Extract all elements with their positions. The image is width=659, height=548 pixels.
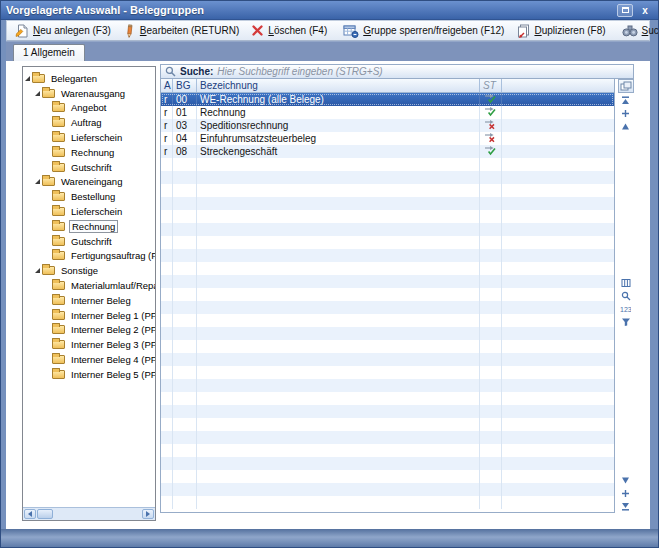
tree-item-warenausgang-1[interactable]: Warenausgang	[23, 86, 155, 101]
table-row-empty[interactable]	[161, 353, 614, 366]
scrollbar-thumb[interactable]	[37, 509, 53, 519]
tree-item-bestellung-8[interactable]: Bestellung	[23, 189, 155, 204]
table-row-empty[interactable]	[161, 249, 614, 262]
column-header-st[interactable]: ST	[480, 79, 502, 92]
table-row-empty[interactable]	[161, 288, 614, 301]
tree-item-materialumlauf-reparatur-14[interactable]: Materialumlauf/Reparatur	[23, 278, 155, 293]
table-row-empty[interactable]	[161, 444, 614, 457]
cell	[197, 301, 480, 314]
tree-item-auftrag-3[interactable]: Auftrag	[23, 115, 155, 130]
tree-item-gutschrift-11[interactable]: Gutschrift	[23, 234, 155, 249]
table-row-empty[interactable]	[161, 340, 614, 353]
tree-item-interner-beleg-4-pps-19[interactable]: Interner Beleg 4 (PPS)	[23, 352, 155, 367]
cell: 01	[173, 106, 197, 119]
tree-item-belegarten-0[interactable]: Belegarten	[23, 71, 155, 86]
neu-anlegen-button[interactable]: Neu anlegen (F3)	[9, 21, 117, 40]
table-row-empty[interactable]	[161, 366, 614, 379]
tree-item-fertigungsauftrag-pps-12[interactable]: Fertigungsauftrag (PPS)	[23, 249, 155, 264]
table-row-empty[interactable]	[161, 223, 614, 236]
filter-button[interactable]	[619, 316, 633, 329]
tree-item-rechnung-10[interactable]: Rechnung	[23, 219, 155, 234]
table-row-03[interactable]: r03Speditionsrechnung	[161, 119, 614, 132]
restore-button[interactable]	[617, 4, 633, 17]
column-header-bezeichnung[interactable]: Bezeichnung	[197, 79, 480, 92]
tree-expand-arrow[interactable]	[35, 91, 40, 96]
tab-allgemein[interactable]: 1 Allgemein	[13, 44, 85, 61]
table-row-empty[interactable]	[161, 184, 614, 197]
table-row-empty[interactable]	[161, 197, 614, 210]
table-row-01[interactable]: r01Rechnung	[161, 106, 614, 119]
table-row-00[interactable]: r00WE-Rechnung (alle Belege)	[161, 93, 614, 106]
table-row-empty[interactable]	[161, 262, 614, 275]
table-row-empty[interactable]	[161, 327, 614, 340]
tree-item-lieferschein-4[interactable]: Lieferschein	[23, 130, 155, 145]
column-header-a[interactable]: A	[161, 79, 173, 92]
table-row-empty[interactable]	[161, 314, 614, 327]
tree-item-sonstige-13[interactable]: Sonstige	[23, 263, 155, 278]
table-row-08[interactable]: r08Streckengeschäft	[161, 145, 614, 158]
status-cell	[480, 483, 502, 496]
suchen-button[interactable]: Suchen (STRG+S)	[616, 21, 659, 40]
table-row-empty[interactable]	[161, 275, 614, 288]
duplizieren-button[interactable]: Duplizieren (F8)	[510, 21, 611, 40]
table-row-empty[interactable]	[161, 418, 614, 431]
loeschen-button[interactable]: Löschen (F4)	[245, 21, 333, 40]
status-cell	[480, 236, 502, 249]
table-row-empty[interactable]	[161, 470, 614, 483]
tree-expand-arrow[interactable]	[35, 179, 40, 184]
folder-icon	[52, 311, 65, 320]
cell-filler	[502, 483, 614, 496]
tree-item-interner-beleg-5-pps-20[interactable]: Interner Beleg 5 (PPS)	[23, 367, 155, 382]
cell	[161, 327, 173, 340]
folder-icon	[52, 192, 65, 201]
tree-item-interner-beleg-15[interactable]: Interner Beleg	[23, 293, 155, 308]
search-input[interactable]: Hier Suchbegriff eingeben (STRG+S)	[217, 66, 382, 77]
cell	[197, 236, 480, 249]
cell	[173, 236, 197, 249]
tree-expand-arrow[interactable]	[25, 76, 30, 81]
tree-expand-arrow[interactable]	[35, 268, 40, 273]
table-row-empty[interactable]	[161, 457, 614, 470]
table-row-empty[interactable]	[161, 379, 614, 392]
table-row-empty[interactable]	[161, 496, 614, 509]
cell	[197, 158, 480, 171]
tree-item-interner-beleg-1-pps-16[interactable]: Interner Beleg 1 (PPS)	[23, 308, 155, 323]
scroll-bottom-button[interactable]	[619, 499, 633, 512]
table-row-empty[interactable]	[161, 301, 614, 314]
gruppe-sperren-freigeben-button[interactable]: Gruppe sperren/freigeben (F12)	[337, 21, 510, 40]
table-row-empty[interactable]	[161, 236, 614, 249]
close-button[interactable]: x	[637, 4, 653, 17]
search-bar[interactable]: Suche: Hier Suchbegriff eingeben (STRG+S…	[160, 64, 634, 79]
scroll-left-button[interactable]	[24, 509, 36, 519]
folder-icon	[52, 370, 65, 379]
tree-item-rechnung-5[interactable]: Rechnung	[23, 145, 155, 160]
title-bar[interactable]: Vorgelagerte Auswahl - Beleggruppen x	[1, 1, 658, 20]
table-row-empty[interactable]	[161, 171, 614, 184]
cell: 04	[173, 132, 197, 145]
table-row-empty[interactable]	[161, 405, 614, 418]
tree-item-interner-beleg-3-pps-18[interactable]: Interner Beleg 3 (PPS)	[23, 337, 155, 352]
tree-item-gutschrift-6[interactable]: Gutschrift	[23, 160, 155, 175]
bearbeiten-button[interactable]: Bearbeiten (RETURN)	[117, 21, 245, 40]
status-cell	[480, 197, 502, 210]
table-row-04[interactable]: r04Einfuhrumsatzsteuerbeleg	[161, 132, 614, 145]
cell-filler	[502, 223, 614, 236]
gruppe-sperren-freigeben-button-label: Gruppe sperren/freigeben (F12)	[363, 25, 504, 36]
table-row-empty[interactable]	[161, 483, 614, 496]
tree-item-lieferschein-9[interactable]: Lieferschein	[23, 204, 155, 219]
tree-item-angebot-2[interactable]: Angebot	[23, 101, 155, 116]
tree-item-label: Interner Beleg 2 (PPS)	[69, 324, 155, 335]
cell-filler	[502, 119, 614, 132]
folder-icon	[52, 148, 65, 157]
tree-horizontal-scrollbar[interactable]	[23, 507, 155, 520]
table-row-empty[interactable]	[161, 392, 614, 405]
table-row-empty[interactable]	[161, 210, 614, 223]
table-row-empty[interactable]	[161, 158, 614, 171]
scroll-right-button[interactable]	[142, 509, 154, 519]
tree-item-interner-beleg-2-pps-17[interactable]: Interner Beleg 2 (PPS)	[23, 323, 155, 338]
grid-body: r00WE-Rechnung (alle Belege)r01Rechnungr…	[161, 93, 614, 512]
tree-item-wareneingang-7[interactable]: Wareneingang	[23, 175, 155, 190]
page-up-button[interactable]	[619, 119, 633, 132]
table-row-empty[interactable]	[161, 431, 614, 444]
column-header-bg[interactable]: BG	[173, 79, 197, 92]
